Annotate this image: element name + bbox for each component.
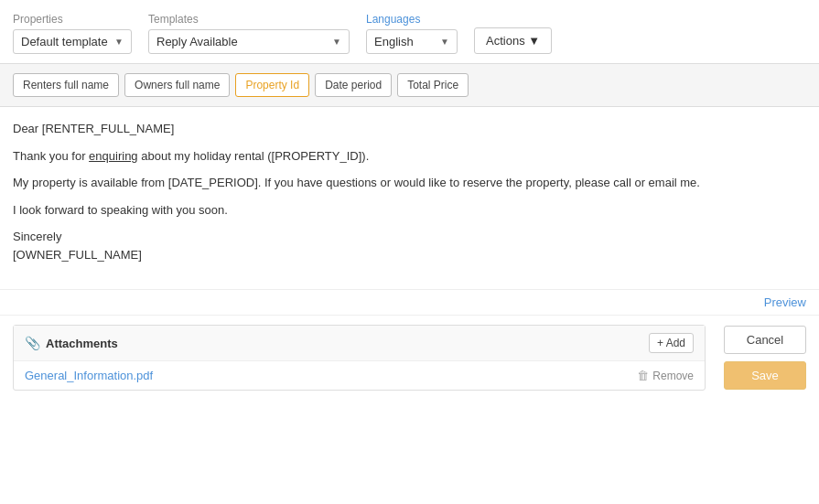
actions-button[interactable]: Actions ▼	[474, 27, 552, 54]
trash-icon: 🗑	[637, 369, 649, 382]
bottom-section: 📎 Attachments + Add General_Information.…	[0, 315, 819, 400]
editor-line4: I look forward to speaking with you soon…	[13, 201, 806, 220]
editor-line3: My property is available from [DATE_PERI…	[13, 174, 806, 192]
languages-value: English	[374, 35, 435, 48]
editor-area[interactable]: Dear [RENTER_FULL_NAME] Thank you for en…	[0, 107, 819, 290]
templates-arrow-icon: ▼	[332, 37, 341, 47]
editor-line5: Sincerely [OWNER_FULL_NAME]	[13, 228, 806, 263]
attachment-filename: General_Information.pdf	[25, 369, 153, 382]
add-attachment-button[interactable]: + Add	[649, 333, 694, 353]
attachments-header: 📎 Attachments + Add	[14, 326, 705, 361]
properties-arrow-icon: ▼	[114, 37, 124, 47]
attachments-title: 📎 Attachments	[25, 336, 118, 350]
templates-dropdown[interactable]: Reply Available ▼	[148, 29, 350, 54]
templates-label: Templates	[148, 13, 350, 26]
token-button-3[interactable]: Date period	[315, 73, 392, 97]
attachment-item: General_Information.pdf 🗑 Remove	[14, 361, 705, 390]
action-buttons: Cancel Save	[724, 325, 806, 391]
save-button[interactable]: Save	[724, 361, 806, 390]
top-bar: Properties Default template ▼ Templates …	[0, 0, 819, 64]
tokens-bar: Renters full nameOwners full namePropert…	[0, 64, 819, 107]
properties-label: Properties	[13, 13, 132, 26]
languages-arrow-icon: ▼	[440, 37, 449, 47]
token-button-0[interactable]: Renters full name	[13, 73, 119, 97]
editor-line1: Dear [RENTER_FULL_NAME]	[13, 120, 806, 138]
preview-link[interactable]: Preview	[764, 295, 806, 309]
attachments-panel: 📎 Attachments + Add General_Information.…	[13, 325, 706, 391]
properties-group: Properties Default template ▼	[13, 13, 132, 54]
remove-attachment-button[interactable]: 🗑 Remove	[637, 369, 694, 382]
templates-group: Templates Reply Available ▼	[148, 13, 350, 54]
languages-dropdown[interactable]: English ▼	[366, 29, 458, 54]
languages-label: Languages	[366, 13, 458, 26]
token-button-2[interactable]: Property Id	[235, 73, 309, 97]
templates-value: Reply Available	[156, 35, 327, 48]
enquiring-link: enquiring	[89, 149, 138, 163]
languages-group: Languages English ▼	[366, 13, 458, 54]
token-button-4[interactable]: Total Price	[397, 73, 469, 97]
properties-value: Default template	[21, 35, 109, 48]
preview-row: Preview	[0, 290, 819, 315]
attachments-label: Attachments	[46, 337, 118, 350]
paperclip-icon: 📎	[25, 336, 40, 350]
token-button-1[interactable]: Owners full name	[124, 73, 230, 97]
properties-dropdown[interactable]: Default template ▼	[13, 29, 132, 54]
cancel-button[interactable]: Cancel	[724, 326, 806, 354]
editor-line2: Thank you for enquiring about my holiday…	[13, 147, 806, 166]
